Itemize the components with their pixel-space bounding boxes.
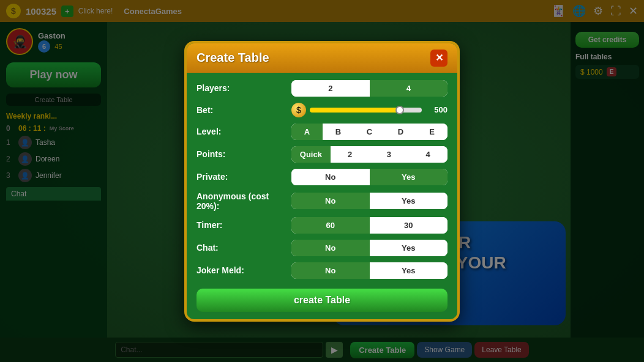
- points-opt-quick[interactable]: Quick: [291, 146, 331, 163]
- players-opt-2[interactable]: 2: [291, 80, 370, 97]
- private-options: No Yes: [291, 169, 447, 185]
- level-options: A B C D E: [291, 124, 447, 140]
- joker-label: Joker Meld:: [197, 265, 285, 275]
- bet-coin-icon: $: [291, 103, 306, 117]
- modal-header: Create Table ✕: [187, 43, 457, 73]
- modal-body: Players: 2 4 Bet: $ 500 Level: [187, 73, 457, 319]
- joker-opt-no[interactable]: No: [291, 262, 370, 279]
- timer-label: Timer:: [197, 220, 285, 230]
- points-opt-2[interactable]: 2: [331, 146, 370, 163]
- level-row: Level: A B C D E: [197, 124, 447, 140]
- level-opt-A[interactable]: A: [291, 124, 323, 140]
- points-opt-4[interactable]: 4: [408, 146, 447, 163]
- anon-opt-yes[interactable]: Yes: [370, 193, 448, 209]
- bet-row: Bet: $ 500: [197, 103, 447, 117]
- points-row: Points: Quick 2 3 4: [197, 146, 447, 163]
- create-table-modal: Create Table ✕ Players: 2 4 Bet: $: [184, 41, 460, 322]
- level-label: Level:: [197, 127, 285, 136]
- private-row: Private: No Yes: [197, 169, 447, 185]
- chat-row-label: Chat:: [197, 243, 285, 253]
- timer-row: Timer: 60 30: [197, 217, 447, 234]
- anonymous-row: Anonymous (cost 20%): No Yes: [197, 191, 447, 211]
- chat-row: Chat: No Yes: [197, 240, 447, 256]
- bet-label: Bet:: [197, 105, 285, 115]
- points-options: Quick 2 3 4: [291, 146, 447, 163]
- joker-row: Joker Meld: No Yes: [197, 262, 447, 279]
- timer-opt-60[interactable]: 60: [291, 217, 370, 234]
- players-label: Players:: [197, 83, 285, 93]
- private-opt-no[interactable]: No: [291, 169, 370, 185]
- level-opt-C[interactable]: C: [354, 124, 385, 140]
- players-row: Players: 2 4: [197, 80, 447, 97]
- modal-title: Create Table: [197, 51, 269, 65]
- anonymous-options: No Yes: [291, 193, 447, 209]
- players-opt-4[interactable]: 4: [370, 80, 448, 97]
- bet-slider[interactable]: [310, 108, 422, 113]
- level-opt-E[interactable]: E: [416, 124, 447, 140]
- anon-opt-no[interactable]: No: [291, 193, 370, 209]
- private-label: Private:: [197, 172, 285, 182]
- anonymous-label: Anonymous (cost 20%):: [197, 191, 285, 211]
- points-label: Points:: [197, 149, 285, 159]
- bet-controls: $ 500: [291, 103, 447, 117]
- private-opt-yes[interactable]: Yes: [370, 169, 448, 185]
- chat-opt-yes[interactable]: Yes: [370, 240, 448, 256]
- bet-slider-thumb: [395, 106, 404, 114]
- timer-options: 60 30: [291, 217, 447, 234]
- level-opt-D[interactable]: D: [385, 124, 416, 140]
- level-opt-B[interactable]: B: [323, 124, 354, 140]
- joker-opt-yes[interactable]: Yes: [370, 262, 448, 279]
- create-table-button[interactable]: create Table: [197, 289, 447, 312]
- chat-opt-no[interactable]: No: [291, 240, 370, 256]
- bet-value: 500: [425, 105, 447, 114]
- timer-opt-30[interactable]: 30: [370, 217, 448, 234]
- chat-options: No Yes: [291, 240, 447, 256]
- points-opt-3[interactable]: 3: [370, 146, 409, 163]
- players-options: 2 4: [291, 80, 447, 97]
- modal-overlay: Create Table ✕ Players: 2 4 Bet: $: [0, 0, 644, 362]
- joker-options: No Yes: [291, 262, 447, 279]
- modal-close-button[interactable]: ✕: [430, 50, 447, 67]
